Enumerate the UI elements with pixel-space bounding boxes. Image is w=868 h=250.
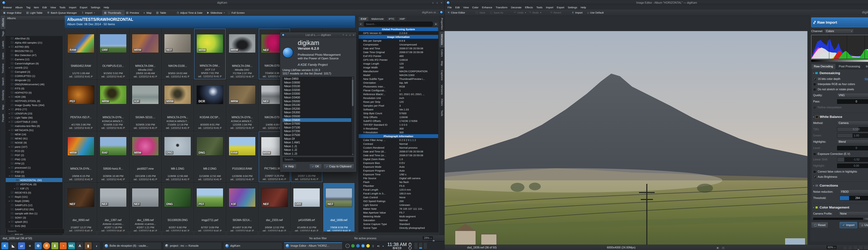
raw-tab[interactable]: Info bbox=[863, 64, 868, 69]
right-dock-tab[interactable]: Filters bbox=[440, 97, 444, 108]
correct-false-colors-checkbox[interactable]: Correct false colors in highlights bbox=[813, 170, 868, 173]
album-tree-item[interactable]: ▸ ASTRO (65) bbox=[6, 44, 62, 49]
close-icon[interactable]: ✕ bbox=[352, 34, 355, 36]
workspace-cell-active[interactable] bbox=[419, 242, 423, 249]
album-tree-item[interactable]: SONY (3) bbox=[6, 215, 62, 220]
right-dock-tab[interactable]: Tools bbox=[440, 108, 444, 118]
album-tree-item[interactable]: HORIZONTAL (50) bbox=[6, 178, 62, 182]
thumbnail-cell[interactable]: MRW MINOLTA-DIM... Minolta DSC 7/17/04 2… bbox=[226, 29, 258, 79]
sixteen-bits-checkbox[interactable]: 16 bits color depth libraw 0.19.3 bbox=[813, 77, 868, 81]
thumbnail-cell[interactable]: MRW MINOLTA-DIM... DCF 1.0 9/5/03 7:01 P… bbox=[194, 29, 226, 79]
menu-item[interactable]: Tag bbox=[25, 6, 32, 9]
thumbnail-cell[interactable]: NEF dsc_2333.nef 3/9/08 12:02 PM od.: 12… bbox=[259, 183, 290, 233]
thumbnail-cell[interactable]: MRW MINOLTA-DYN... KONICA MINOLT... 5/16… bbox=[97, 80, 129, 131]
camera-list-scrollbar[interactable]: ▲ ▼ bbox=[351, 77, 354, 156]
album-tree-item[interactable]: REDEYES (0) bbox=[6, 190, 62, 195]
notifications-icon[interactable]: ! bbox=[345, 244, 350, 248]
right-dock-tab[interactable]: Colors bbox=[440, 47, 444, 59]
album-tree-item[interactable]: Corrupted (3) bbox=[6, 70, 62, 74]
album-tree-item[interactable]: ▸ splash (81) bbox=[6, 220, 62, 224]
camera-list-item[interactable]: Nikon D3200 bbox=[283, 88, 351, 92]
camera-list-item[interactable]: Nikon D3400 bbox=[283, 96, 351, 99]
quality-select[interactable]: VNG▾ bbox=[837, 93, 868, 98]
menu-item[interactable]: Browse bbox=[2, 6, 13, 9]
right-dock-tab[interactable]: Versions bbox=[440, 83, 444, 97]
editor-canvas[interactable] bbox=[444, 31, 807, 250]
menu-item[interactable]: Tools bbox=[535, 6, 544, 9]
toolbar-button[interactable]: ↶ Undo ▾ bbox=[512, 10, 527, 15]
album-tree-item[interactable]: NOISE (9) bbox=[6, 140, 62, 145]
thumbnail-cell[interactable]: MRW MINOLTA-DYN... KONICA MINOLT... 7/10… bbox=[162, 80, 193, 131]
album-tree-item[interactable]: ▸ LENSFUN (23) bbox=[6, 111, 62, 116]
album-tree-item[interactable]: PGF (2) bbox=[6, 153, 62, 157]
album-tree-item[interactable]: PPM (2) bbox=[6, 161, 62, 165]
fit-window-icon[interactable]: ▣ bbox=[715, 246, 720, 250]
minimize-icon[interactable]: ∨ bbox=[432, 1, 434, 4]
thumbnail-cell[interactable]: PEF imgp2711.pef 6/7/07 3:09 PM od.: 12/… bbox=[194, 183, 226, 233]
menu-item[interactable]: Settings bbox=[566, 6, 579, 9]
taskbar-window-button[interactable]: project : mc — Konsole bbox=[163, 242, 222, 249]
camera-list-item[interactable]: Nikon 1 J1 bbox=[283, 145, 351, 148]
interpolate-rgb-checkbox[interactable]: Interpolate RGB as four colors bbox=[813, 83, 868, 86]
menu-item[interactable]: Album bbox=[14, 6, 24, 9]
camera-list-item[interactable]: Nikon 1 AW1 bbox=[283, 140, 351, 145]
album-tree-item[interactable]: sample with thm (1) bbox=[6, 211, 62, 215]
zoom-percent[interactable]: 28% ▾ bbox=[422, 236, 433, 240]
camera-list-item[interactable]: Nikon D5200 bbox=[283, 107, 351, 111]
menu-item[interactable]: Import bbox=[67, 6, 78, 9]
thumbnail-cell[interactable]: NEF dsc_1399.nef Antonio «Lareos... 4/2/… bbox=[130, 183, 161, 233]
toolbar-button[interactable] bbox=[96, 12, 102, 13]
workspace-cell[interactable] bbox=[424, 242, 427, 249]
taskbar-launcher-icon[interactable]: K bbox=[1, 242, 8, 249]
toolbar-button[interactable]: ▦ Thumbnails bbox=[102, 10, 124, 15]
thumbnail-cell[interactable]: MRW MINOLTA-DIM... Minolta DSC 2/6/03 10… bbox=[130, 29, 161, 79]
camera-list-item[interactable]: Nikon D5000 bbox=[283, 99, 351, 103]
expand-arrow-icon[interactable]: ▸ bbox=[8, 200, 10, 202]
clock[interactable]: 11:38 AM 8/4/19 bbox=[387, 242, 407, 249]
filter-icon[interactable]: ▼ bbox=[359, 22, 363, 26]
sidebar-tab[interactable]: Albums bbox=[1, 16, 5, 29]
toolbar-button[interactable]: ▧ Preview bbox=[124, 10, 142, 15]
thumbnail-cell[interactable]: NEF dsc_1397.nef Antonio «Lareos... 4/2/… bbox=[97, 183, 129, 233]
corrections-section-header[interactable]: ▾ Corrections bbox=[813, 184, 868, 187]
taskbar-launcher-icon[interactable]: ⚙ bbox=[35, 242, 42, 249]
album-tree-item[interactable]: SVG (60) bbox=[6, 224, 62, 228]
album-tree-item[interactable]: ▸ contrib (21) bbox=[6, 65, 62, 70]
sidebar-tab[interactable]: Dates bbox=[1, 51, 5, 61]
expand-arrow-icon[interactable]: ▸ bbox=[8, 121, 10, 123]
camera-list-item[interactable]: Nikon 1 J2 bbox=[283, 148, 351, 152]
album-tree-item[interactable]: Alpha 450 samples (21) bbox=[6, 40, 62, 44]
menu-item[interactable]: Export bbox=[555, 6, 566, 9]
thumbbar-button[interactable] bbox=[864, 246, 868, 250]
toolbar-button[interactable]: ⌂ Use Default bbox=[586, 10, 607, 15]
menu-item[interactable]: Export bbox=[78, 6, 89, 9]
menu-item[interactable]: Help bbox=[579, 6, 588, 9]
use-default-button[interactable]: ⌂ Use Default bbox=[859, 222, 868, 228]
digikam-titlebar[interactable]: digiKam ∨ ∧ ✕ bbox=[0, 0, 444, 5]
libraw-link[interactable]: libraw 0.19.3 bbox=[865, 77, 868, 81]
ok-button[interactable]: ✓OK bbox=[309, 164, 322, 169]
taskbar-window-button[interactable]: Boîte de réception (6) - caulie... bbox=[103, 242, 161, 249]
menu-item[interactable]: Effects bbox=[523, 6, 534, 9]
album-tree-item[interactable]: HDPHOTO (0) bbox=[6, 90, 62, 95]
album-tree-item[interactable]: Blur Detection (47) bbox=[6, 53, 62, 57]
metadata-tab[interactable]: IPTC bbox=[386, 17, 397, 21]
toolbar-button[interactable] bbox=[468, 12, 474, 13]
power-icon[interactable] bbox=[408, 246, 412, 249]
status-icon[interactable] bbox=[366, 244, 370, 248]
album-tree-item[interactable]: ▸ Rep6 (2096) bbox=[6, 199, 62, 203]
album-tree-item[interactable]: SAMPLES (12) bbox=[6, 203, 62, 207]
raw-tab[interactable]: Raw Decoding bbox=[811, 64, 836, 69]
sidebar-tab[interactable]: Map bbox=[1, 103, 5, 112]
album-tree-item[interactable]: SAMPLES2 (55) bbox=[6, 207, 62, 211]
fit-selection-icon[interactable]: ⊡ bbox=[721, 246, 725, 250]
camera-list-item[interactable]: Nikon D3100 bbox=[283, 84, 351, 88]
menu-item[interactable]: Import bbox=[545, 6, 555, 9]
taskbar-launcher-icon[interactable]: ▱ bbox=[18, 242, 25, 249]
reset-button[interactable]: ▢ Reset bbox=[811, 222, 828, 228]
thumbbar-button[interactable] bbox=[859, 246, 863, 250]
thumbnail-cell[interactable]: DNG M8-2.DNG 11/18/06 12:52 AM od.: 12/2… bbox=[194, 131, 226, 182]
album-tree-item[interactable]: ▸ HDR (39) bbox=[6, 95, 62, 99]
album-tree-item[interactable]: DNG(RAWconverter) (46) bbox=[6, 82, 62, 86]
metadata-tab[interactable]: Makernote bbox=[369, 17, 386, 21]
